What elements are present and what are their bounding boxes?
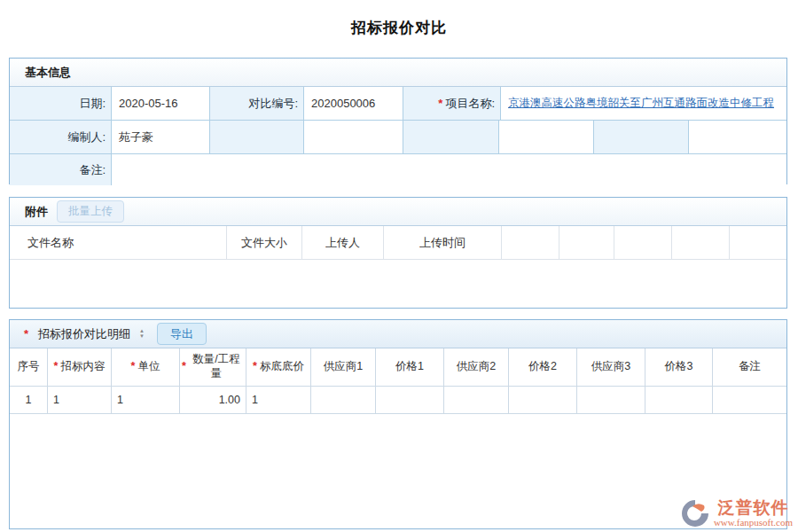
col-empty	[614, 226, 672, 259]
attachments-table-header: 文件名称 文件大小 上传人 上传时间	[10, 226, 786, 260]
basic-info-section-header: 基本信息	[10, 59, 786, 87]
required-mark: *	[131, 360, 136, 374]
attachments-section-title: 附件	[25, 204, 48, 220]
required-mark: *	[24, 327, 28, 340]
basic-info-row-1: 日期: 2020-05-16 对比编号: 2020050006 * 项目名称: …	[10, 87, 786, 121]
batch-upload-button[interactable]: 批量上传	[57, 200, 124, 223]
cell-quantity: 1.00	[180, 387, 246, 413]
col-quantity-text: 数量/工程量	[189, 353, 244, 380]
basic-info-panel: 基本信息 日期: 2020-05-16 对比编号: 2020050006 * 项…	[9, 58, 787, 184]
date-value: 2020-05-16	[112, 87, 210, 120]
cell-base-price: 1	[246, 387, 311, 413]
fanpu-logo-icon	[680, 498, 710, 528]
col-price-2-text: 价格2	[528, 360, 557, 374]
col-empty	[730, 226, 786, 259]
project-name-cell: 京港澳高速公路粤境韶关至广州互通路面改造中修工程	[501, 87, 786, 120]
col-bid-content: * 招标内容	[48, 348, 112, 386]
attachments-panel: 附件 批量上传 文件名称 文件大小 上传人 上传时间	[9, 197, 787, 309]
table-row: 1 1 1 1.00 1	[10, 387, 786, 414]
vendor-logo: 泛普软件 www.fanpusoft.com	[680, 498, 793, 528]
cell-seq: 1	[10, 387, 48, 413]
basic-info-section-title: 基本信息	[25, 65, 71, 81]
col-price-1-text: 价格1	[395, 360, 424, 374]
export-button[interactable]: 导出	[157, 323, 207, 345]
remark-label: 备注:	[10, 154, 112, 185]
col-remark-text: 备注	[739, 360, 761, 374]
page-title: 招标报价对比	[0, 18, 798, 38]
basic-info-row-3: 备注:	[10, 154, 786, 185]
col-supplier-2-text: 供应商2	[457, 360, 496, 374]
col-supplier-2: 供应商2	[444, 348, 509, 386]
col-price-1: 价格1	[376, 348, 444, 386]
project-name-label: * 项目名称:	[403, 87, 501, 120]
col-unit-text: 单位	[137, 360, 160, 374]
col-base-price-text: 标底底价	[260, 360, 304, 374]
attachments-section-header: 附件 批量上传	[10, 198, 786, 226]
date-label: 日期:	[10, 87, 112, 120]
detail-section-title: 招标报价对比明细	[38, 326, 130, 342]
empty-label-cell	[210, 121, 304, 153]
compare-no-value: 2020050006	[304, 87, 403, 120]
required-mark: *	[253, 360, 257, 374]
attachments-empty-body	[10, 260, 786, 307]
col-empty	[559, 226, 614, 259]
cell-price-3	[645, 387, 713, 413]
compiler-label: 编制人:	[10, 121, 112, 153]
col-empty	[502, 226, 559, 259]
project-name-label-text: 项目名称:	[445, 96, 495, 112]
logo-url: www.fanpusoft.com	[714, 517, 793, 528]
col-remark: 备注	[713, 348, 786, 386]
col-supplier-1-text: 供应商1	[324, 360, 363, 374]
col-uploader: 上传人	[302, 226, 384, 259]
col-supplier-1: 供应商1	[311, 348, 376, 386]
required-mark: *	[54, 360, 59, 374]
cell-supplier-1	[311, 387, 376, 413]
col-price-2: 价格2	[509, 348, 577, 386]
col-unit: * 单位	[112, 348, 180, 386]
cell-supplier-3	[577, 387, 645, 413]
empty-value-cell	[689, 121, 786, 153]
col-base-price: * 标底底价	[246, 348, 311, 386]
basic-info-row-2: 编制人: 苑子豪	[10, 121, 786, 154]
col-supplier-3: 供应商3	[577, 348, 645, 386]
logo-text: 泛普软件	[717, 499, 788, 517]
cell-unit: 1	[112, 387, 180, 413]
empty-label-cell	[594, 121, 689, 153]
cell-price-1	[376, 387, 444, 413]
col-seq: 序号	[10, 348, 48, 386]
compare-no-label: 对比编号:	[210, 87, 304, 120]
col-upload-time: 上传时间	[384, 226, 502, 259]
col-quantity: * 数量/工程量	[180, 348, 246, 386]
logo-text-block: 泛普软件 www.fanpusoft.com	[714, 499, 793, 528]
col-empty	[672, 226, 730, 259]
col-file-name: 文件名称	[10, 226, 227, 259]
cell-remark	[713, 387, 786, 413]
detail-table-header: 序号 * 招标内容 * 单位 * 数量/工程量 * 标底底价 供应商1 价格1 …	[10, 348, 786, 387]
cell-price-2	[509, 387, 577, 413]
sort-icon[interactable]: ▲ ▼	[139, 329, 145, 339]
col-seq-text: 序号	[18, 360, 40, 374]
col-bid-content-text: 招标内容	[60, 360, 105, 374]
col-price-3-text: 价格3	[665, 360, 693, 374]
empty-value-cell	[304, 121, 403, 153]
cell-bid-content: 1	[48, 387, 112, 413]
sort-down-icon: ▼	[139, 334, 145, 339]
compiler-value: 苑子豪	[112, 121, 210, 153]
required-mark: *	[182, 360, 186, 374]
col-supplier-3-text: 供应商3	[591, 360, 630, 374]
col-price-3: 价格3	[645, 348, 713, 386]
col-file-size: 文件大小	[227, 226, 302, 259]
empty-value-cell	[499, 121, 594, 153]
project-name-link[interactable]: 京港澳高速公路粤境韶关至广州互通路面改造中修工程	[508, 96, 774, 111]
required-mark: *	[438, 97, 442, 110]
cell-supplier-2	[444, 387, 509, 413]
remark-value	[112, 154, 786, 185]
detail-panel: * 招标报价对比明细 ▲ ▼ 导出 序号 * 招标内容 * 单位 * 数量/工程…	[9, 319, 787, 529]
empty-label-cell	[403, 121, 499, 153]
detail-section-header: * 招标报价对比明细 ▲ ▼ 导出	[10, 320, 786, 348]
